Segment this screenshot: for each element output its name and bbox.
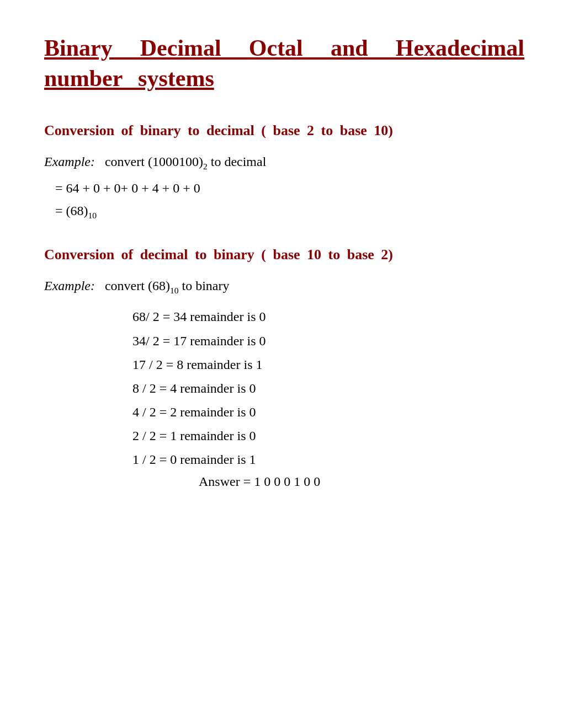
- division-steps: 68/ 2 = 34 remainder is 0 34/ 2 = 17 rem…: [132, 305, 524, 472]
- section1-math1: = 64 + 0 + 0+ 0 + 4 + 0 + 0: [55, 181, 524, 196]
- division-step-6: 2 / 2 = 1 remainder is 0: [132, 424, 524, 448]
- section1-math2: = (68)10: [55, 204, 524, 221]
- section-binary-to-decimal: Conversion of binary to decimal ( base 2…: [44, 121, 524, 221]
- answer-line: Answer = 1 0 0 0 1 0 0: [199, 474, 524, 489]
- division-step-1: 68/ 2 = 34 remainder is 0: [132, 305, 524, 329]
- division-step-5: 4 / 2 = 2 remainder is 0: [132, 400, 524, 424]
- section-decimal-to-binary: Conversion of decimal to binary ( base 1…: [44, 245, 524, 489]
- division-step-4: 8 / 2 = 4 remainder is 0: [132, 377, 524, 400]
- example-label: Example:: [44, 279, 95, 293]
- section2-example: Example: convert (68)10 to binary: [44, 279, 524, 296]
- subscript-2: 2: [203, 161, 208, 170]
- division-step-3: 17 / 2 = 8 remainder is 1: [132, 353, 524, 377]
- example-suffix: to binary: [179, 279, 230, 293]
- subscript-10: 10: [170, 285, 179, 295]
- example-text: convert (68): [105, 279, 170, 293]
- example-label: Example:: [44, 154, 95, 169]
- division-step-7: 1 / 2 = 0 remainder is 1: [132, 448, 524, 472]
- example-suffix: to decimal: [208, 154, 267, 169]
- section1-example: Example: convert (1000100)2 to decimal: [44, 154, 524, 172]
- subscript-10: 10: [88, 211, 97, 220]
- section1-heading: Conversion of binary to decimal ( base 2…: [44, 121, 524, 141]
- division-step-2: 34/ 2 = 17 remainder is 0: [132, 329, 524, 353]
- example-text: convert (1000100): [105, 154, 203, 169]
- section2-heading: Conversion of decimal to binary ( base 1…: [44, 245, 524, 265]
- page-title: Binary Decimal Octal and Hexadecimal num…: [44, 33, 524, 93]
